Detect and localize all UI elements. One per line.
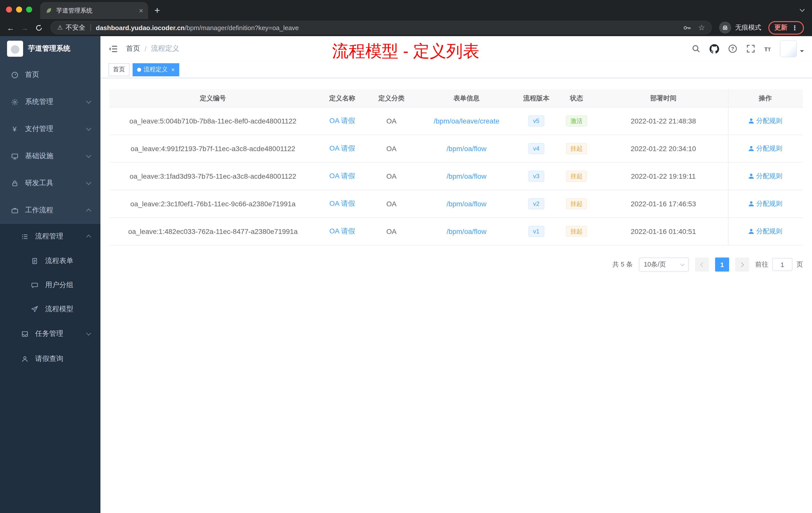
version-badge: v2 — [528, 198, 544, 209]
sidebar-item-leave-query[interactable]: 请假查询 — [0, 346, 100, 371]
chevron-down-icon — [86, 153, 91, 158]
status-badge: 挂起 — [566, 143, 587, 154]
sidebar-item-process-mgmt[interactable]: 流程管理 — [0, 224, 100, 249]
user-menu[interactable] — [780, 40, 804, 57]
sidebar-item-home[interactable]: 首页 — [0, 61, 100, 88]
sidebar-item-label: 流程表单 — [45, 256, 73, 266]
avatar[interactable] — [780, 40, 797, 57]
bookmark-star-icon[interactable]: ☆ — [698, 23, 705, 32]
sidebar-item-infrastructure[interactable]: 基础设施 — [0, 143, 100, 170]
chevron-left-icon — [700, 262, 705, 267]
tag-close-icon[interactable]: × — [171, 66, 175, 73]
yen-icon: ¥ — [10, 125, 19, 133]
help-icon[interactable]: ? — [728, 44, 737, 53]
sidebar-item-workflow[interactable]: 工作流程 — [0, 197, 100, 224]
chevron-right-icon — [739, 262, 744, 267]
definition-name-link[interactable]: OA 请假 — [329, 172, 355, 181]
chevron-down-icon — [86, 99, 91, 104]
sidebar-item-dev-tools[interactable]: 研发工具 — [0, 170, 100, 197]
font-size-icon[interactable]: тT — [764, 45, 771, 53]
app-logo — [7, 41, 23, 57]
minimize-window-button[interactable] — [16, 6, 22, 12]
sidebar-item-process-model[interactable]: 流程模型 — [0, 297, 100, 321]
tray-icon — [20, 330, 29, 338]
sidebar-item-system-mgmt[interactable]: 系统管理 — [0, 88, 100, 116]
form-link[interactable]: /bpm/oa/flow — [447, 228, 487, 235]
sidebar-item-label: 工作流程 — [25, 206, 53, 215]
not-secure-warning-icon: ⚠ — [57, 24, 63, 31]
sidebar-item-label: 请假查询 — [35, 354, 63, 363]
next-page-button[interactable] — [735, 258, 749, 272]
forward-icon[interactable]: → — [18, 23, 31, 32]
version-badge: v3 — [528, 171, 544, 182]
sidebar-item-payment-mgmt[interactable]: ¥ 支付管理 — [0, 116, 100, 143]
page-number-current[interactable]: 1 — [715, 258, 729, 272]
assign-rule-label: 分配规则 — [756, 172, 782, 181]
assign-rule-link[interactable]: 分配规则 — [748, 227, 782, 236]
url-bar[interactable]: ⚠ 不安全 dashboard.yudao.iocoder.cn/bpm/man… — [50, 21, 712, 35]
prev-page-button[interactable] — [695, 258, 709, 272]
tab-close-icon[interactable]: × — [139, 6, 143, 14]
monitor-icon — [10, 152, 19, 160]
tag-process-definition[interactable]: 流程定义 × — [133, 63, 179, 76]
tag-home[interactable]: 首页 — [109, 63, 129, 76]
tab-title: 芋道管理系统 — [56, 6, 135, 15]
version-badge: v5 — [528, 116, 544, 126]
page-size-select[interactable]: 10条/页 — [639, 258, 689, 272]
cell-deploy-time: 2022-01-22 21:48:38 — [599, 108, 728, 134]
person-icon — [748, 229, 754, 234]
sidebar-item-process-form[interactable]: 流程表单 — [0, 249, 100, 273]
browser-toolbar: ← → ⚠ 不安全 dashboard.yudao.iocoder.cn/bpm… — [0, 19, 812, 36]
reload-icon[interactable] — [32, 24, 45, 31]
jump-page-input[interactable] — [772, 258, 792, 271]
cell-category: OA — [368, 163, 415, 190]
form-link[interactable]: /bpm/oa/flow — [447, 200, 487, 208]
sidebar: 芋道管理系统 首页 系统管理 ¥ 支付管理 — [0, 36, 100, 513]
browser-menu-icon[interactable]: ⋮ — [791, 24, 798, 31]
status-badge: 挂起 — [566, 198, 587, 209]
table-row: oa_leave:1:482ec033-762a-11ec-8477-a2380… — [110, 218, 803, 245]
sidebar-item-task-mgmt[interactable]: 任务管理 — [0, 321, 100, 346]
close-window-button[interactable] — [6, 6, 12, 12]
lock-icon — [10, 179, 19, 187]
definition-name-link[interactable]: OA 请假 — [329, 117, 355, 125]
column-header-deploy-time: 部署时间 — [599, 89, 728, 107]
update-browser-button[interactable]: 更新 ⋮ — [768, 21, 804, 34]
table-header-row: 定义编号 定义名称 定义分类 表单信息 流程版本 状态 部署时间 操作 — [110, 89, 803, 108]
form-link[interactable]: /bpm/oa/flow — [447, 145, 487, 153]
breadcrumb-home[interactable]: 首页 — [126, 44, 140, 53]
jump-prefix-label: 前往 — [755, 260, 768, 269]
assign-rule-link[interactable]: 分配规则 — [748, 117, 782, 125]
definition-name-link[interactable]: OA 请假 — [329, 227, 355, 236]
fullscreen-icon[interactable] — [746, 44, 755, 53]
sidebar-item-user-group[interactable]: 用户分组 — [0, 273, 100, 297]
page-content: 定义编号 定义名称 定义分类 表单信息 流程版本 状态 部署时间 操作 oa_l… — [100, 78, 812, 513]
assign-rule-link[interactable]: 分配规则 — [748, 144, 782, 153]
cell-definition-id: oa_leave:2:3c1f0ef1-76b1-11ec-9c66-a2380… — [110, 190, 316, 217]
sidebar-fold-icon[interactable] — [109, 44, 118, 54]
sidebar-item-label: 支付管理 — [25, 124, 53, 133]
update-label: 更新 — [774, 23, 787, 32]
form-link[interactable]: /bpm/oa/leave/create — [434, 117, 499, 125]
back-icon[interactable]: ← — [4, 23, 17, 32]
dashboard-icon — [10, 71, 19, 79]
tab-search-chevron-icon[interactable] — [800, 7, 805, 12]
password-key-icon[interactable] — [683, 23, 691, 32]
search-icon[interactable] — [692, 44, 700, 53]
tags-view-bar: 首页 流程定义 × — [100, 61, 812, 78]
definition-name-link[interactable]: OA 请假 — [329, 199, 355, 208]
column-header-actions: 操作 — [728, 89, 802, 107]
sidebar-item-label: 基础设施 — [25, 152, 53, 161]
browser-tab[interactable]: 芋道管理系统 × — [40, 2, 148, 19]
tag-label: 首页 — [113, 65, 125, 74]
github-icon[interactable] — [709, 44, 719, 54]
active-tag-dot — [137, 67, 141, 71]
status-badge: 挂起 — [566, 226, 587, 237]
maximize-window-button[interactable] — [26, 6, 32, 12]
assign-rule-link[interactable]: 分配规则 — [748, 199, 782, 208]
url-domain: dashboard.yudao.iocoder.cn — [96, 24, 185, 31]
definition-name-link[interactable]: OA 请假 — [329, 144, 355, 153]
new-tab-button[interactable]: + — [150, 3, 164, 18]
assign-rule-link[interactable]: 分配规则 — [748, 172, 782, 181]
form-link[interactable]: /bpm/oa/flow — [447, 172, 487, 180]
